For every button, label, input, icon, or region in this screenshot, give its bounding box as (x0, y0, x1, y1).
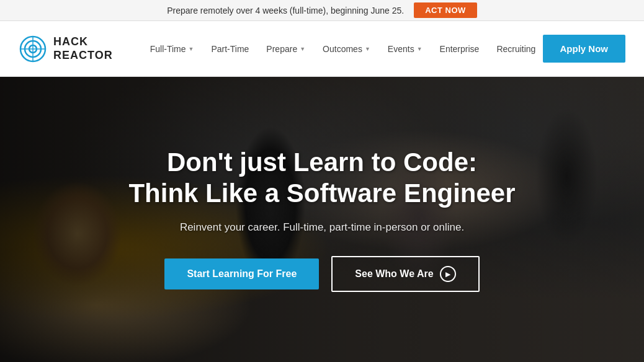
start-learning-button[interactable]: Start Learning For Free (164, 258, 319, 289)
navbar: HACK REACTOR Full-Time ▼ Part-Time Prepa… (0, 21, 644, 77)
chevron-down-icon: ▼ (189, 46, 194, 52)
act-now-button[interactable]: ACT NOW (414, 2, 477, 18)
see-who-we-are-button[interactable]: See Who We Are ▶ (331, 256, 479, 292)
nav-item-events[interactable]: Events ▼ (388, 44, 423, 54)
logo-text: HACK REACTOR (53, 35, 113, 62)
chevron-down-icon: ▼ (365, 46, 370, 52)
hero-content: Don't just Learn to Code: Think Like a S… (116, 147, 527, 293)
nav-links: Full-Time ▼ Part-Time Prepare ▼ Outcomes… (150, 44, 543, 54)
logo-link[interactable]: HACK REACTOR (19, 35, 113, 63)
nav-item-prepare[interactable]: Prepare ▼ (266, 44, 305, 54)
nav-item-enterprise[interactable]: Enterprise (440, 44, 480, 54)
nav-item-parttime[interactable]: Part-Time (211, 44, 249, 54)
apply-now-button[interactable]: Apply Now (543, 35, 626, 63)
chevron-down-icon: ▼ (300, 46, 305, 52)
hero-buttons: Start Learning For Free See Who We Are ▶ (128, 256, 515, 292)
play-icon: ▶ (440, 266, 456, 282)
nav-item-outcomes[interactable]: Outcomes ▼ (323, 44, 370, 54)
chevron-down-icon: ▼ (417, 46, 423, 52)
hero-title: Don't just Learn to Code: Think Like a S… (128, 147, 515, 210)
banner-text: Prepare remotely over 4 weeks (full-time… (167, 6, 404, 15)
hero-subtitle: Reinvent your career. Full-time, part-ti… (128, 221, 515, 234)
top-banner: Prepare remotely over 4 weeks (full-time… (0, 0, 644, 21)
logo-icon (19, 35, 47, 63)
nav-item-fulltime[interactable]: Full-Time ▼ (150, 44, 194, 54)
nav-item-recruiting[interactable]: Recruiting (496, 44, 535, 54)
hero-section: Don't just Learn to Code: Think Like a S… (0, 77, 644, 362)
